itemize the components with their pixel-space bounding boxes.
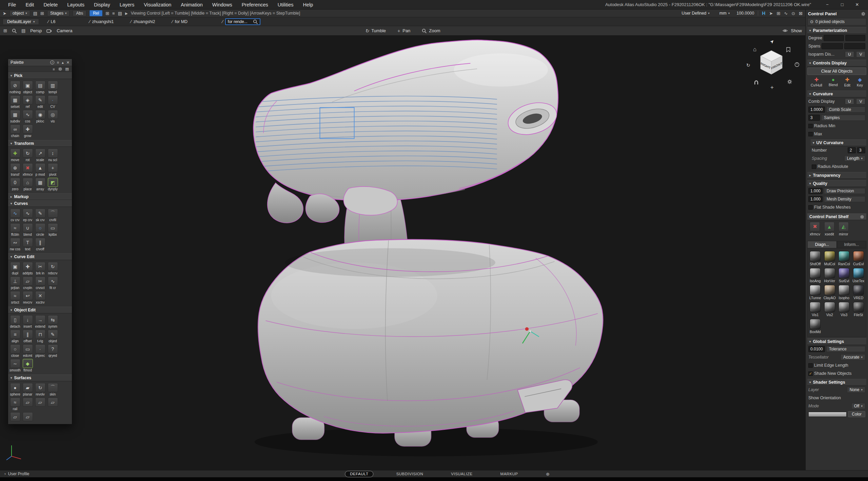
palette-tool[interactable]: ≈ srtsct: [9, 291, 21, 304]
grid-snap-icon[interactable]: ⊞: [776, 11, 780, 16]
palette-section-header[interactable]: ▾ Transform: [8, 140, 72, 147]
menu-item[interactable]: Windows: [208, 0, 237, 9]
zoom-window-icon[interactable]: [12, 28, 17, 33]
panel-menu-icon[interactable]: ▤: [65, 67, 69, 71]
shader-preset[interactable]: Vis3: [837, 302, 851, 317]
default-layer-button[interactable]: DefaultLayer ▾: [3, 19, 39, 25]
bookmark-icon[interactable]: [786, 47, 790, 52]
grid-toggle-icon[interactable]: ⊞: [105, 11, 109, 16]
global-settings-header[interactable]: ▾ Global Settings: [807, 338, 866, 345]
control-panel-shelf-header[interactable]: Control Panel Shelf: [807, 213, 866, 220]
palette-tool[interactable]: ◩ dynply: [46, 178, 59, 191]
display-toggle[interactable]: ✚ Edit: [844, 77, 850, 87]
palette-tool[interactable]: ○ circle: [34, 223, 46, 236]
stage-list-icon[interactable]: ▤: [33, 11, 37, 16]
layer-tab-editing[interactable]: ∕ for rende...: [222, 18, 263, 25]
expand-hint-icon[interactable]: ▶: [125, 12, 128, 15]
object-mode-dropdown[interactable]: object ▾: [9, 10, 30, 16]
gear-icon[interactable]: [861, 12, 866, 16]
menu-item[interactable]: Layouts: [62, 0, 89, 9]
palette-tool[interactable]: T text: [21, 238, 34, 251]
shader-preset[interactable]: RanCol: [837, 251, 851, 266]
shader-preset[interactable]: IsoAng: [808, 268, 822, 283]
palette-tool[interactable]: ↗ scale: [34, 149, 46, 162]
pan-button[interactable]: + Pan: [397, 28, 410, 34]
palette-tool[interactable]: ✖ xfrmcv: [21, 163, 34, 176]
palette-tool[interactable]: → extend: [34, 315, 46, 328]
clear-all-objects-button[interactable]: Clear All Objects: [807, 68, 866, 75]
palette-tool[interactable]: ∥ crvoff: [34, 238, 46, 251]
add-workspace-icon[interactable]: ⊕: [546, 472, 550, 477]
palette-tool[interactable]: ▱: [9, 412, 21, 422]
palette-tool[interactable]: ✚ addpts: [21, 262, 34, 275]
tab-diagnostic[interactable]: Diagn...: [807, 241, 837, 248]
stage-grid-icon[interactable]: ⊞: [40, 11, 44, 16]
palette-tool[interactable]: ⊥ prjtan: [9, 276, 21, 290]
menu-item[interactable]: Animation: [176, 0, 207, 9]
layer-tab[interactable]: ∕ L6: [48, 19, 89, 24]
draw-precision-slider[interactable]: Draw Precision: [824, 188, 865, 194]
palette-tool[interactable]: ∙ CV: [46, 95, 59, 109]
palette-tool[interactable]: ↓ insert: [21, 315, 34, 328]
shader-preset[interactable]: SurEvl: [837, 268, 851, 283]
layer-dropdown[interactable]: None ▾: [847, 387, 865, 393]
shader-preset[interactable]: ClayAO: [823, 285, 837, 300]
palette-tool[interactable]: ▱: [34, 398, 46, 411]
menu-item[interactable]: Utilities: [273, 0, 298, 9]
add-view-icon[interactable]: +: [770, 84, 774, 90]
palette-tool[interactable]: ? qryed: [46, 344, 59, 358]
shader-preset[interactable]: VRED: [852, 285, 866, 300]
shader-preset[interactable]: ShdOff: [808, 251, 822, 266]
eye-icon[interactable]: [782, 28, 788, 33]
palette-tool[interactable]: ✎ edit: [34, 95, 46, 109]
menu-item[interactable]: Preferences: [237, 0, 273, 9]
palette-tool[interactable]: ⌂ place: [21, 178, 34, 191]
palette-tool[interactable]: ✎ objed: [46, 330, 59, 343]
palette-tool[interactable]: ∪ blend: [21, 223, 34, 236]
shader-preset[interactable]: Vis1: [808, 302, 822, 317]
tab-information[interactable]: Inform...: [837, 241, 866, 248]
gear-icon[interactable]: [58, 67, 62, 71]
tessellator-dropdown[interactable]: Accurate ▾: [841, 354, 865, 360]
list-view-icon[interactable]: ≡: [53, 67, 55, 71]
palette-tool[interactable]: ▣ object: [21, 81, 34, 94]
color-button[interactable]: Color: [848, 411, 865, 417]
palette-window[interactable]: Palette i ≡ ▴ ✕ ≡ ▤ ▾ Pick: [8, 59, 72, 424]
comb-u-button[interactable]: U: [845, 98, 854, 104]
info-icon[interactable]: i: [50, 60, 54, 64]
palette-tool[interactable]: ▦ selset: [9, 95, 21, 109]
palette-tool[interactable]: ◎ vis: [46, 110, 59, 123]
shader-preset[interactable]: FileSt: [852, 302, 866, 317]
palette-section-header[interactable]: ▾ Pick: [8, 72, 72, 79]
panel-layout-icon[interactable]: ▤: [21, 28, 25, 33]
menu-item[interactable]: Edit: [21, 0, 39, 9]
box-snap-icon[interactable]: ⊠: [799, 11, 803, 16]
uv-number-v-field[interactable]: 3: [857, 147, 865, 153]
radius-absolute-checkbox[interactable]: [812, 165, 816, 169]
palette-tool[interactable]: ⊓ t-rig: [34, 330, 46, 343]
palette-tool[interactable]: ▥ templ: [46, 81, 59, 94]
workspace-mode-button[interactable]: MARKUP: [495, 471, 523, 477]
viewport-3d[interactable]: ➤ ⌂ ↻ RIGHT FRONT +: [0, 36, 805, 470]
palette-tool[interactable]: ⊘ nothing: [9, 81, 21, 94]
units-preset-dropdown[interactable]: User Defined ▾: [678, 10, 712, 16]
shader-settings-header[interactable]: ▾ Shader Settings: [807, 379, 866, 386]
zoom-button[interactable]: Zoom: [422, 28, 440, 33]
workspace-mode-button[interactable]: VISUALIZE: [446, 471, 477, 477]
palette-titlebar[interactable]: Palette i ≡ ▴ ✕: [8, 59, 72, 66]
display-toggle[interactable]: ● Blend: [829, 77, 838, 87]
palette-tool[interactable]: ◉ pkloc: [34, 110, 46, 123]
menu-item[interactable]: Delete: [39, 0, 62, 9]
shelf-tool[interactable]: ◭ mirror: [839, 222, 849, 236]
rel-toggle[interactable]: Rel: [90, 10, 102, 16]
shader-preset[interactable]: CurEvl: [852, 251, 866, 266]
window-layout-icon[interactable]: ⊞: [3, 28, 7, 33]
palette-tool[interactable]: ∿ fit cr: [46, 276, 59, 290]
orbit-icon[interactable]: ↻: [746, 63, 750, 68]
display-toggle[interactable]: ◆ Key: [857, 77, 863, 87]
camera-label[interactable]: Camera: [57, 28, 72, 33]
palette-tool[interactable]: ∙ ptprec: [34, 344, 46, 358]
pick-mode-icon[interactable]: ➤: [3, 11, 6, 16]
palette-tool[interactable]: ▲ p mod: [34, 163, 46, 176]
palette-tool[interactable]: ▦ array: [34, 178, 46, 191]
